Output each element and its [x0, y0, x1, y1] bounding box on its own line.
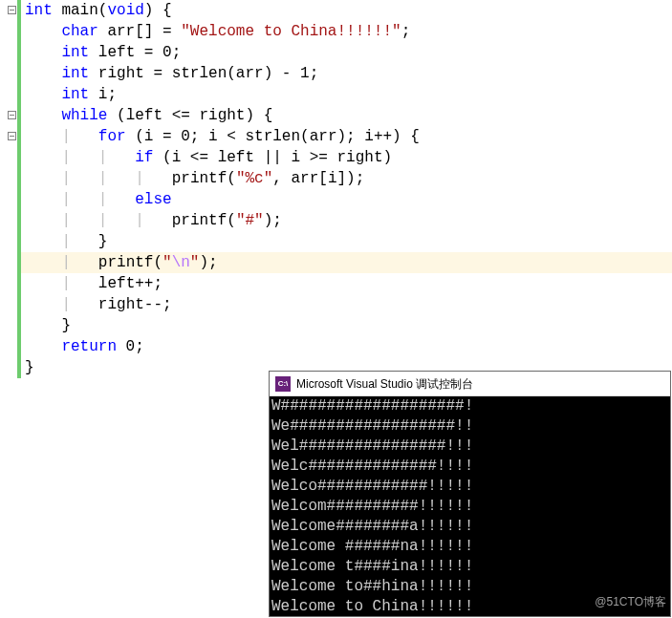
code-line[interactable]: | | if (i <= left || i >= right) [21, 147, 672, 168]
code-line[interactable]: int i; [21, 84, 672, 105]
code-line[interactable]: | printf("\n"); [21, 252, 672, 273]
code-line[interactable]: int main(void) { [21, 0, 672, 21]
code-line[interactable]: | | | printf("#"); [21, 210, 672, 231]
code-line[interactable]: int left = 0; [21, 42, 672, 63]
code-line[interactable]: | left++; [21, 273, 672, 294]
code-line[interactable]: | for (i = 0; i < strlen(arr); i++) { [21, 126, 672, 147]
code-area[interactable]: int main(void) { char arr[] = "Welcome t… [21, 0, 672, 378]
code-line[interactable]: } [21, 315, 672, 336]
code-line[interactable]: | | else [21, 189, 672, 210]
code-line[interactable]: | | | printf("%c", arr[i]); [21, 168, 672, 189]
fold-toggle[interactable] [8, 132, 16, 140]
code-line[interactable]: | } [21, 231, 672, 252]
vs-icon: C:\ [275, 376, 291, 392]
fold-toggle[interactable] [8, 111, 16, 119]
code-line[interactable]: int right = strlen(arr) - 1; [21, 63, 672, 84]
console-output: W####################! We###############… [270, 396, 670, 616]
code-line[interactable]: while (left <= right) { [21, 105, 672, 126]
code-line[interactable]: char arr[] = "Welcome to China!!!!!!"; [21, 21, 672, 42]
vs-icon-text: C:\ [278, 373, 289, 394]
console-window[interactable]: C:\ Microsoft Visual Studio 调试控制台 W#####… [269, 371, 671, 617]
console-title: Microsoft Visual Studio 调试控制台 [296, 373, 473, 394]
code-editor[interactable]: int main(void) { char arr[] = "Welcome t… [0, 0, 672, 618]
gutter [0, 0, 21, 618]
watermark: @51CTO博客 [595, 591, 666, 612]
fold-toggle[interactable] [8, 6, 16, 14]
code-line[interactable]: | right--; [21, 294, 672, 315]
code-line[interactable]: return 0; [21, 336, 672, 357]
console-titlebar[interactable]: C:\ Microsoft Visual Studio 调试控制台 [270, 372, 670, 396]
